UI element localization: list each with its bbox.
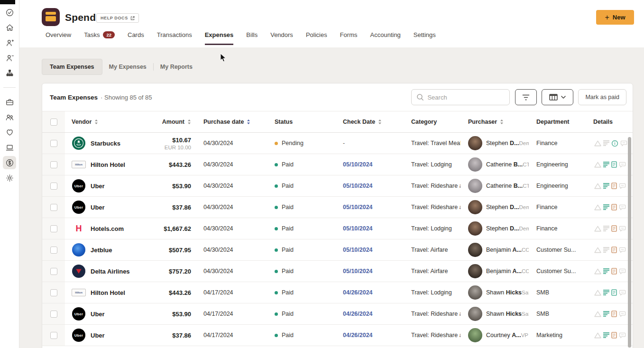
sidebar-item-user-remove[interactable] <box>3 51 16 64</box>
search-input[interactable] <box>427 94 503 101</box>
memo-icon[interactable] <box>603 311 609 317</box>
receipt-icon[interactable] <box>611 225 617 232</box>
warning-triangle-icon[interactable] <box>594 204 601 211</box>
warning-triangle-icon[interactable] <box>594 183 601 189</box>
receipt-icon[interactable] <box>611 183 617 189</box>
warning-triangle-icon[interactable] <box>594 247 601 253</box>
subtab-team-expenses[interactable]: Team Expenses <box>42 59 102 75</box>
sidebar-item-briefcase[interactable] <box>3 95 16 109</box>
tab-forms[interactable]: Forms <box>340 31 358 45</box>
row-checkbox[interactable] <box>50 247 57 254</box>
warning-triangle-icon[interactable] <box>594 311 601 317</box>
check-date-link[interactable]: 04/26/2024 <box>343 332 373 339</box>
sidebar-item-settings-gear[interactable] <box>3 171 16 184</box>
mark-as-paid-button[interactable]: Mark as paid <box>578 89 626 105</box>
expense-row[interactable]: Jetblue$507.9504/30/2024Paid05/10/2024Tr… <box>42 239 633 261</box>
memo-icon[interactable] <box>603 140 609 146</box>
sort-icon[interactable] <box>500 119 504 125</box>
expense-row[interactable]: HHotels.com$1,667.6204/30/2024Paid05/10/… <box>42 218 633 239</box>
warning-triangle-icon[interactable] <box>594 332 601 339</box>
sidebar-item-heart[interactable] <box>3 126 16 139</box>
comment-icon[interactable] <box>619 311 626 317</box>
table-scrollbar[interactable] <box>628 137 631 348</box>
memo-icon[interactable] <box>603 162 609 167</box>
tab-tasks[interactable]: Tasks22 <box>84 31 115 45</box>
warning-triangle-icon[interactable] <box>594 140 601 147</box>
receipt-icon[interactable] <box>611 268 617 275</box>
check-date-link[interactable]: 05/10/2024 <box>343 225 373 232</box>
memo-icon[interactable] <box>603 332 609 338</box>
sort-icon[interactable] <box>94 119 98 125</box>
check-date-link[interactable]: 05/10/2024 <box>343 161 373 168</box>
sort-icon[interactable] <box>187 119 191 125</box>
memo-icon[interactable] <box>603 268 609 274</box>
subtab-my-expenses[interactable]: My Expenses <box>102 59 153 74</box>
row-checkbox[interactable] <box>50 268 57 275</box>
row-checkbox[interactable] <box>50 140 57 147</box>
check-date-link[interactable]: 04/26/2024 <box>343 289 373 296</box>
check-date-link[interactable]: 05/10/2024 <box>343 183 373 189</box>
comment-icon[interactable] <box>619 204 626 211</box>
column-header-vendor[interactable]: Vendor <box>65 119 159 125</box>
memo-icon[interactable] <box>603 290 609 295</box>
memo-icon[interactable] <box>603 247 609 253</box>
receipt-icon[interactable] <box>611 311 617 317</box>
warning-triangle-icon[interactable] <box>594 290 601 296</box>
row-checkbox[interactable] <box>50 183 57 190</box>
tab-expenses[interactable]: Expenses <box>205 31 234 45</box>
expense-row[interactable]: Delta Airlines$757.2004/30/2024Paid05/10… <box>42 261 633 282</box>
receipt-icon[interactable] <box>611 332 617 339</box>
check-date-link[interactable]: 05/10/2024 <box>343 268 373 275</box>
check-date-link[interactable]: 04/26/2024 <box>343 311 373 317</box>
sidebar-item-home[interactable] <box>3 21 16 34</box>
comment-icon[interactable] <box>619 162 626 168</box>
tab-cards[interactable]: Cards <box>128 31 144 45</box>
search-box[interactable] <box>411 89 510 105</box>
row-checkbox[interactable] <box>50 204 57 211</box>
warning-triangle-icon[interactable] <box>594 226 601 232</box>
comment-icon[interactable] <box>619 247 626 253</box>
tab-accounting[interactable]: Accounting <box>370 31 401 45</box>
warning-triangle-icon[interactable] <box>594 268 601 275</box>
comment-icon[interactable] <box>619 183 626 189</box>
filter-button[interactable] <box>515 89 537 105</box>
tab-overview[interactable]: Overview <box>46 31 71 45</box>
expense-row[interactable]: UberUber$53.9004/17/2024Paid04/26/2024Tr… <box>42 303 633 325</box>
row-checkbox[interactable] <box>50 161 57 168</box>
tab-transactions[interactable]: Transactions <box>157 31 192 45</box>
sort-icon[interactable] <box>247 119 250 125</box>
row-checkbox[interactable] <box>50 225 57 232</box>
column-header-check-date[interactable]: Check Date <box>335 119 404 125</box>
column-header-purchase-date[interactable]: Purchase date <box>201 119 267 125</box>
sidebar-item-spend-dollar[interactable] <box>3 156 16 169</box>
memo-icon[interactable] <box>603 204 609 210</box>
column-header-purchaser[interactable]: Purchaser <box>460 119 529 125</box>
receipt-icon[interactable] <box>611 247 617 253</box>
receipt-icon[interactable] <box>611 204 617 211</box>
memo-icon[interactable] <box>603 183 609 189</box>
comment-icon[interactable] <box>619 226 626 232</box>
sidebar-item-check-circle[interactable] <box>3 6 16 19</box>
sort-icon[interactable] <box>378 119 382 125</box>
help-docs-button[interactable]: HELP DOCS <box>96 13 139 23</box>
expense-row[interactable]: HiltonHilton Hotel$443.2604/17/2024Paid0… <box>42 282 633 303</box>
select-all-checkbox[interactable] <box>50 119 57 126</box>
check-date-link[interactable]: 05/10/2024 <box>343 204 373 211</box>
check-date-link[interactable]: 05/10/2024 <box>343 247 373 253</box>
warning-triangle-icon[interactable] <box>594 162 601 168</box>
sidebar-item-people[interactable] <box>3 110 16 124</box>
comment-icon[interactable] <box>619 332 626 339</box>
comment-icon[interactable] <box>619 268 626 275</box>
sidebar-item-laptop[interactable] <box>3 141 16 154</box>
expense-row[interactable]: UberUber$53.9004/30/2024Paid05/10/2024Tr… <box>42 175 633 197</box>
row-checkbox[interactable] <box>50 311 57 318</box>
receipt-icon[interactable] <box>611 289 617 296</box>
comment-icon[interactable] <box>619 290 626 296</box>
sidebar-item-user-add[interactable] <box>3 36 16 49</box>
subtab-my-reports[interactable]: My Reports <box>154 59 199 74</box>
column-header-amount[interactable]: Amount <box>159 119 201 125</box>
expense-row[interactable]: HiltonHilton Hotel$443.2604/30/2024Paid0… <box>42 154 633 175</box>
memo-icon[interactable] <box>603 226 609 231</box>
comment-icon[interactable] <box>620 140 627 147</box>
row-checkbox[interactable] <box>50 332 57 339</box>
